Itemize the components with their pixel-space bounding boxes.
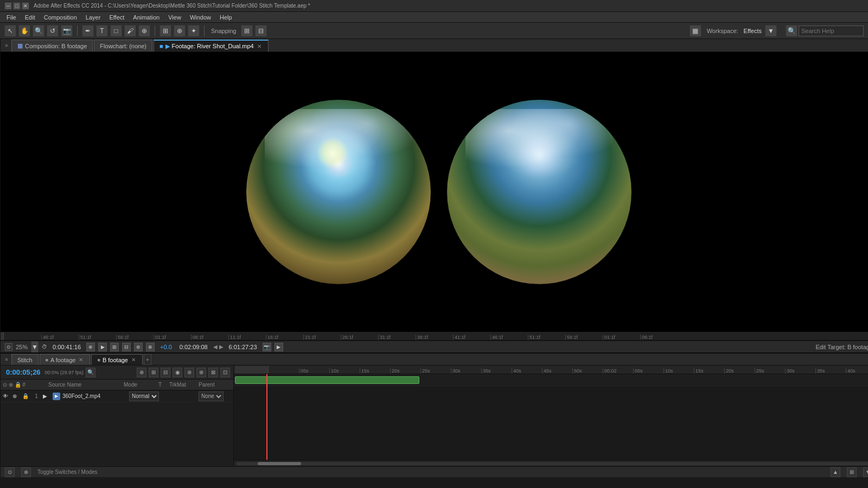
tl-ruler-tick: 25s [420, 368, 451, 374]
tool-select[interactable]: ↖ [4, 25, 16, 37]
ruler-ticks: (function() { const ticks = ['','46:1f',… [4, 335, 868, 340]
tool-zoom[interactable]: 🔍 [33, 25, 44, 37]
tl-btn-f[interactable]: ⊕ [196, 368, 206, 377]
ruler-marks: (function() { const labels = ['','05s','… [269, 368, 868, 374]
bottom-section: ≡ Stitch ■ A footage ✕ ■ B footage ✕ + [1, 352, 868, 466]
timeline-tab-stitch[interactable]: Stitch [11, 354, 39, 365]
playback-btn-6[interactable]: ⊕ [146, 343, 155, 351]
preview-btn[interactable]: ▶ [275, 343, 283, 351]
menu-view[interactable]: View [164, 13, 186, 22]
timeline-tab-b-footage[interactable]: ■ B footage ✕ [91, 354, 143, 365]
parent-select[interactable]: None [199, 391, 224, 401]
stitch-tab-label: Stitch [17, 357, 33, 363]
timeline-menu-btn[interactable]: ≡ [3, 354, 10, 365]
mode-select[interactable]: Normal [129, 391, 159, 401]
timeline-add-tab[interactable]: + [144, 354, 151, 365]
tool-align[interactable]: ⊞ [159, 25, 171, 37]
timeline-scrollbar[interactable] [234, 460, 868, 466]
scrollbar-thumb[interactable] [258, 462, 301, 465]
a-tab-label: A footage [50, 357, 76, 363]
bottom-icon-b[interactable]: ⊕ [21, 467, 31, 477]
tool-pen[interactable]: ✒ [82, 25, 94, 37]
tool-puppet[interactable]: ✦ [188, 25, 200, 37]
menu-file[interactable]: File [2, 13, 21, 22]
a-tab-close[interactable]: ✕ [78, 357, 84, 363]
menu-composition[interactable]: Composition [40, 13, 81, 22]
menu-edit[interactable]: Edit [21, 13, 40, 22]
playback-btn-5[interactable]: ⊛ [134, 343, 143, 351]
tool-anchor[interactable]: ⊕ [174, 25, 186, 37]
playback-btn-2[interactable]: ▶ [98, 343, 107, 351]
toolbar: ↖ ✋ 🔍 ↺ 📷 ✒ T □ 🖌 ⊕ ⊞ ⊕ ✦ Snapping ⊞ ⊟ ▦… [0, 23, 868, 39]
workspace-dropdown[interactable]: ▼ [765, 25, 777, 37]
tl-btn-e[interactable]: ⊛ [184, 368, 194, 377]
maximize-btn[interactable]: □ [13, 2, 21, 10]
b-tab-close[interactable]: ✕ [130, 357, 137, 363]
layer-expand-btn[interactable]: ▶ [43, 393, 50, 399]
tool-text[interactable]: T [96, 25, 108, 37]
tl-magnify[interactable]: 🔍 [86, 368, 95, 377]
tl-btn-a[interactable]: ⊕ [137, 368, 146, 377]
col-trkmat: TrkMat [169, 382, 196, 388]
tool-shape[interactable]: □ [110, 25, 122, 37]
timeline-fps: 00:0% (29.97 fps) [45, 370, 84, 375]
menu-animation[interactable]: Animation [129, 13, 164, 22]
tl-ruler-tick: 20s [390, 368, 420, 374]
time-sep: ◀ ▶ [213, 344, 224, 350]
minimize-btn[interactable]: ─ [4, 2, 12, 10]
tl-btn-b[interactable]: ⊞ [149, 368, 158, 377]
tool-brush[interactable]: 🖌 [124, 25, 136, 37]
menu-window[interactable]: Window [186, 13, 215, 22]
tl-btn-d[interactable]: ◉ [173, 368, 182, 377]
tab-flowchart[interactable]: Flowchart: (none) [94, 40, 152, 52]
main-area: ≡ Effect Controls 360Footage_2.mp4 Proje… [0, 39, 868, 477]
fisheye-right-image [447, 100, 631, 284]
menu-help[interactable]: Help [215, 13, 237, 22]
playback-btn-4[interactable]: ⊟ [122, 343, 131, 351]
tab-footage[interactable]: ■ ▶ Footage: River Shot_Dual.mp4 ✕ [154, 40, 269, 52]
timeline-track-area [234, 374, 868, 460]
b-tab-icon: ■ [97, 357, 100, 363]
ruler-tick: 01:1f [603, 335, 640, 340]
toolbar-sep3 [204, 25, 205, 36]
layer-mode: Normal [129, 391, 162, 401]
bottom-icon-d[interactable]: ⊞ [847, 467, 857, 477]
tool-camera[interactable]: 📷 [61, 25, 73, 37]
bottom-icon-a[interactable]: ⊙ [5, 467, 15, 477]
tool-clone[interactable]: ⊕ [138, 25, 150, 37]
tab-footage-close[interactable]: ✕ [256, 43, 263, 49]
bottom-icon-c[interactable]: ▲ [831, 467, 840, 477]
search-input[interactable] [799, 25, 864, 36]
menu-layer[interactable]: Layer [81, 13, 105, 22]
fisheye-right-lens [439, 89, 640, 295]
playback-icon: ⏱ [42, 344, 47, 350]
zoom-dropdown[interactable]: ▼ [31, 341, 39, 353]
snapping-toggle[interactable]: ⊞ [241, 25, 253, 37]
tl-btn-h[interactable]: ⊡ [220, 368, 230, 377]
menu-effect[interactable]: Effect [105, 13, 129, 22]
tab-flowchart-label: Flowchart: (none) [100, 43, 146, 49]
tab-bar-menu[interactable]: ≡ [3, 40, 10, 52]
scrollbar-track[interactable] [236, 462, 868, 465]
camera-icon[interactable]: 📷 [263, 343, 271, 351]
center-area: ≡ ▦ Composition: B footage Flowchart: (n… [1, 39, 868, 477]
window-controls[interactable]: ─ □ ✕ [4, 2, 29, 10]
snap-options[interactable]: ⊟ [255, 25, 267, 37]
layer-eye[interactable]: 👁 [3, 393, 10, 399]
tool-hand[interactable]: ✋ [18, 25, 30, 37]
tool-rotate[interactable]: ↺ [47, 25, 59, 37]
tl-btn-c[interactable]: ⊟ [161, 368, 170, 377]
layer-lock-btn[interactable]: 🔒 [22, 393, 30, 399]
ruler-tick: 06:1f [191, 335, 228, 340]
layer-name: 360Foot_2.mp4 [62, 393, 127, 399]
tl-btn-g[interactable]: ⊠ [208, 368, 218, 377]
bottom-icon-e[interactable]: ▼ [863, 467, 868, 477]
close-btn[interactable]: ✕ [22, 2, 29, 10]
tab-composition[interactable]: ▦ Composition: B footage [11, 40, 93, 52]
tl-ruler-tick: 50s [572, 368, 603, 374]
menu-bar: File Edit Composition Layer Effect Anima… [0, 12, 868, 23]
timeline-tab-a-footage[interactable]: ■ A footage ✕ [40, 354, 91, 365]
layer-solo[interactable]: ⊕ [12, 393, 20, 399]
playback-btn-3[interactable]: ⊞ [110, 343, 119, 351]
playback-btn-1[interactable]: ⊕ [86, 343, 95, 351]
